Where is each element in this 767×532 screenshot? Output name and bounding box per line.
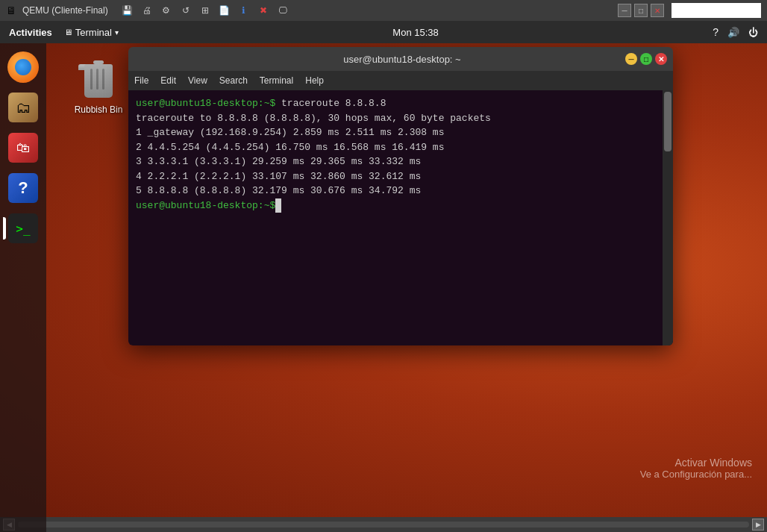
- terminal-body[interactable]: user@ubuntu18-desktop:~$ traceroute 8.8.…: [128, 90, 673, 345]
- qemu-screen-icon[interactable]: 🖵: [275, 3, 290, 18]
- terminal-menu-help[interactable]: Help: [305, 75, 324, 86]
- rubbish-bin-icon: [81, 58, 116, 101]
- terminal-menu-arrow-icon: ▾: [115, 28, 119, 37]
- terminal-window: user@ubuntu18-desktop: ~ ─ □ ✕ File Edit…: [128, 47, 673, 345]
- ubuntu-panel: Activities 🖥 Terminal ▾ Mon 15:38 ? 🔊 ⏻: [0, 21, 767, 43]
- terminal-dock-icon: >_: [8, 213, 38, 243]
- terminal-maximize-button[interactable]: □: [640, 53, 652, 65]
- terminal-scroll-thumb[interactable]: [664, 92, 671, 151]
- terminal-menu-button[interactable]: 🖥 Terminal ▾: [64, 27, 119, 38]
- terminal-line-end: user@ubuntu18-desktop:~$: [136, 198, 666, 213]
- desktop: 🖥 QEMU (Cliente-Final) 💾 🖨 ⚙ ↺ ⊞ 📄 ℹ ✖ 🖵…: [0, 0, 767, 532]
- terminal-menu-terminal[interactable]: Terminal: [260, 75, 293, 86]
- terminal-close-button[interactable]: ✕: [655, 53, 667, 65]
- scrollbar-track[interactable]: [18, 522, 749, 528]
- help-icon: ?: [8, 173, 38, 203]
- qemu-hdd-icon[interactable]: 🖨: [140, 3, 154, 18]
- dock-item-firefox[interactable]: [5, 49, 41, 85]
- power-icon[interactable]: ⏻: [748, 27, 758, 38]
- dock-item-software[interactable]: 🛍: [5, 130, 41, 166]
- qemu-settings-icon[interactable]: ⚙: [159, 3, 174, 18]
- qemu-bar-right: ─ □ ✕: [618, 3, 761, 18]
- dock: 🗂 🛍 ? >_: [0, 43, 46, 532]
- terminal-line-2: traceroute to 8.8.8.8 (8.8.8.8), 30 hops…: [136, 111, 666, 126]
- files-icon: 🗂: [8, 93, 38, 122]
- qemu-stop-icon[interactable]: ✖: [256, 3, 271, 18]
- qemu-icons: 💾 🖨 ⚙ ↺ ⊞ 📄 ℹ ✖ 🖵: [120, 3, 290, 18]
- qemu-refresh-icon[interactable]: ↺: [178, 3, 193, 18]
- volume-icon[interactable]: 🔊: [727, 27, 739, 38]
- dock-item-help[interactable]: ?: [5, 170, 41, 206]
- terminal-menu-edit[interactable]: Edit: [160, 75, 176, 86]
- ubuntu-panel-right: ? 🔊 ⏻: [713, 26, 758, 38]
- scroll-right-button[interactable]: ▶: [752, 519, 764, 531]
- terminal-menubar: File Edit View Search Terminal Help: [128, 71, 673, 90]
- ubuntu-panel-left: Activities 🖥 Terminal ▾: [9, 27, 119, 38]
- desktop-area: Rubbish Bin user@ubuntu18-desktop: ~ ─ □…: [46, 43, 767, 510]
- dock-item-terminal[interactable]: >_: [5, 210, 41, 246]
- activate-windows-line2: Ve a Configuración para...: [640, 469, 752, 480]
- qemu-logo-icon: 🖥: [6, 4, 16, 16]
- terminal-controls: ─ □ ✕: [625, 53, 667, 65]
- rubbish-bin[interactable]: Rubbish Bin: [69, 58, 128, 115]
- win-close-button[interactable]: ✕: [651, 4, 664, 17]
- terminal-hop-5: 5 8.8.8.8 (8.8.8.8) 32.179 ms 30.676 ms …: [136, 184, 666, 198]
- win-minimize-button[interactable]: ─: [618, 4, 631, 17]
- qemu-search-input[interactable]: [671, 3, 761, 18]
- terminal-minimize-button[interactable]: ─: [625, 53, 637, 65]
- activate-windows-line1: Activar Windows: [640, 457, 752, 469]
- terminal-scrollbar[interactable]: [663, 90, 673, 345]
- qemu-info-icon[interactable]: ℹ: [237, 3, 251, 18]
- terminal-menu-view[interactable]: View: [188, 75, 207, 86]
- qemu-file-icon[interactable]: 📄: [217, 3, 232, 18]
- terminal-titlebar: user@ubuntu18-desktop: ~ ─ □ ✕: [128, 47, 673, 71]
- terminal-cursor: [275, 198, 281, 213]
- app-scrollbar: ◀ ▶: [0, 517, 767, 532]
- terminal-command-1: traceroute 8.8.8.8: [275, 98, 386, 109]
- terminal-line-1: user@ubuntu18-desktop:~$ traceroute 8.8.…: [136, 96, 666, 111]
- terminal-window-title: user@ubuntu18-desktop: ~: [179, 54, 625, 65]
- terminal-prompt-1: user@ubuntu18-desktop:~$: [136, 98, 275, 109]
- bin-lines: [90, 69, 104, 90]
- terminal-hop-2: 2 4.4.5.254 (4.4.5.254) 16.750 ms 16.568…: [136, 140, 666, 155]
- terminal-hop-1: 1 _gateway (192.168.9.254) 2.859 ms 2.51…: [136, 125, 666, 140]
- qemu-bar-left: 🖥 QEMU (Cliente-Final) 💾 🖨 ⚙ ↺ ⊞ 📄 ℹ ✖ 🖵: [6, 3, 290, 18]
- activities-button[interactable]: Activities: [9, 27, 52, 38]
- help-icon[interactable]: ?: [713, 26, 719, 38]
- qemu-disk-icon[interactable]: 💾: [120, 3, 135, 18]
- bin-body: [84, 64, 113, 98]
- qemu-windows-icon[interactable]: ⊞: [198, 3, 213, 18]
- dock-item-files[interactable]: 🗂: [5, 90, 41, 125]
- qemu-titlebar: 🖥 QEMU (Cliente-Final) 💾 🖨 ⚙ ↺ ⊞ 📄 ℹ ✖ 🖵…: [0, 0, 767, 21]
- panel-clock: Mon 15:38: [392, 27, 438, 38]
- terminal-menu-file[interactable]: File: [134, 75, 148, 86]
- terminal-menu-icon: 🖥: [64, 28, 72, 37]
- terminal-hop-4: 4 2.2.2.1 (2.2.2.1) 33.107 ms 32.860 ms …: [136, 169, 666, 184]
- terminal-prompt-end: user@ubuntu18-desktop:~$: [136, 200, 275, 211]
- software-icon: 🛍: [8, 133, 38, 163]
- qemu-title: QEMU (Cliente-Final): [22, 5, 108, 16]
- win-restore-button[interactable]: □: [634, 4, 648, 17]
- terminal-menu-search[interactable]: Search: [219, 75, 248, 86]
- terminal-hop-3: 3 3.3.3.1 (3.3.3.1) 29.259 ms 29.365 ms …: [136, 154, 666, 169]
- activate-windows-watermark: Activar Windows Ve a Configuración para.…: [640, 457, 752, 480]
